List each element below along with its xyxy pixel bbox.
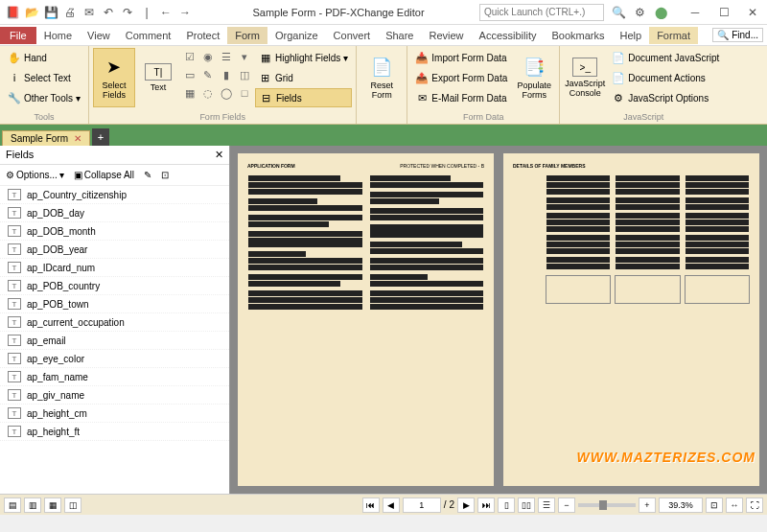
- close-panel-icon[interactable]: ✕: [215, 149, 223, 161]
- fullscreen-icon[interactable]: ⛶: [746, 497, 763, 513]
- single-page-icon[interactable]: ▯: [498, 497, 515, 513]
- rename-icon[interactable]: ✎: [142, 168, 153, 182]
- fields-panel-button[interactable]: ⊟Fields: [255, 88, 352, 107]
- maximize-button[interactable]: ☐: [709, 2, 738, 23]
- menu-comment[interactable]: Comment: [118, 27, 179, 44]
- highlight-fields-button[interactable]: ▦Highlight Fields ▾: [255, 48, 352, 67]
- ui-pref-icon[interactable]: ⚙: [631, 4, 648, 21]
- menu-form[interactable]: Form: [227, 27, 267, 44]
- image-field-icon[interactable]: ◫: [236, 66, 253, 83]
- grid-button[interactable]: ⊞Grid: [255, 68, 352, 87]
- save-icon[interactable]: 💾: [42, 4, 59, 21]
- prev-page-button[interactable]: ◀: [383, 497, 400, 513]
- menu-bookmarks[interactable]: Bookmarks: [544, 27, 612, 44]
- back-icon[interactable]: ←: [157, 4, 174, 21]
- forward-icon[interactable]: →: [176, 4, 194, 21]
- quick-launch-input[interactable]: [479, 4, 604, 21]
- zoom-in-button[interactable]: +: [639, 497, 656, 513]
- document-page-2[interactable]: DETAILS OF FAMILY MEMBERS: [503, 153, 759, 486]
- zoom-slider[interactable]: [578, 503, 636, 507]
- last-page-button[interactable]: ⏭: [477, 497, 495, 513]
- js-console-button[interactable]: >_ JavaScript Console: [564, 48, 606, 107]
- sb-layers-icon[interactable]: ◫: [64, 497, 81, 513]
- zoom-out-button[interactable]: −: [558, 497, 575, 513]
- doc-actions-button[interactable]: 📄Document Actions: [608, 68, 723, 87]
- field-item[interactable]: Tap_Country_citizenship: [0, 186, 229, 204]
- collapse-all-button[interactable]: ▣ Collapse All: [72, 168, 136, 182]
- open-icon[interactable]: 📂: [23, 4, 40, 21]
- select-text-tool[interactable]: ᎥSelect Text: [4, 68, 84, 87]
- barcode-field-icon[interactable]: ▮: [218, 66, 235, 83]
- menu-home[interactable]: Home: [36, 27, 80, 44]
- list-field-icon[interactable]: ☰: [218, 48, 235, 65]
- field-item[interactable]: Tap_height_cm: [0, 405, 229, 423]
- select-fields-button[interactable]: ➤ Select Fields: [93, 48, 135, 107]
- field-item[interactable]: Tap_giv_name: [0, 386, 229, 405]
- button-field-icon[interactable]: ▭: [181, 66, 198, 83]
- close-button[interactable]: ✕: [738, 2, 767, 23]
- radio-field-icon[interactable]: ◉: [199, 48, 217, 65]
- continuous-icon[interactable]: ☰: [538, 497, 555, 513]
- document-tab[interactable]: Sample Form ✕: [2, 130, 90, 146]
- checkbox-field-icon[interactable]: ☑: [181, 48, 198, 65]
- zoom-value-input[interactable]: [659, 497, 703, 513]
- options-button[interactable]: ⚙ Options... ▾: [4, 168, 66, 182]
- field-item[interactable]: Tap_POB_country: [0, 277, 229, 295]
- populate-forms-button[interactable]: 📑 Populate Forms: [513, 48, 555, 107]
- add-tab-button[interactable]: +: [92, 128, 109, 146]
- import-form-data-button[interactable]: 📥Import Form Data: [411, 48, 511, 67]
- next-page-button[interactable]: ▶: [457, 497, 475, 513]
- field-item[interactable]: Tap_current_occupation: [0, 313, 229, 332]
- other-tools[interactable]: 🔧Other Tools ▾: [4, 88, 84, 107]
- signature-field-icon[interactable]: ✎: [199, 66, 217, 83]
- fit-width-icon[interactable]: ↔: [726, 497, 743, 513]
- document-page-1[interactable]: APPLICATION FORMPROTECTED WHEN COMPLETED…: [238, 153, 494, 486]
- props-icon[interactable]: ⊡: [159, 168, 171, 182]
- menu-convert[interactable]: Convert: [326, 27, 379, 44]
- doc-javascript-button[interactable]: 📄Document JavaScript: [608, 48, 723, 67]
- email-icon[interactable]: ✉: [81, 4, 98, 21]
- help-icon[interactable]: ⬤: [652, 4, 669, 21]
- menu-organize[interactable]: Organize: [267, 27, 326, 44]
- reset-form-button[interactable]: 📄 Reset Form: [360, 48, 403, 107]
- misc-field-icon[interactable]: ◌: [199, 84, 217, 102]
- text-field-button[interactable]: T| Text: [137, 48, 179, 107]
- close-tab-icon[interactable]: ✕: [74, 133, 81, 144]
- hand-tool[interactable]: ✋Hand: [4, 48, 84, 67]
- sb-bookmarks-icon[interactable]: ▥: [24, 497, 41, 513]
- document-view[interactable]: APPLICATION FORMPROTECTED WHEN COMPLETED…: [230, 146, 767, 494]
- field-item[interactable]: Tap_height_ft: [0, 423, 229, 441]
- undo-icon[interactable]: ↶: [100, 4, 117, 21]
- field-item[interactable]: Tap_IDcard_num: [0, 259, 229, 277]
- export-form-data-button[interactable]: 📤Export Form Data: [411, 68, 511, 87]
- file-menu[interactable]: File: [0, 27, 36, 44]
- find-box[interactable]: 🔍 Find...: [712, 28, 763, 42]
- first-page-button[interactable]: ⏮: [362, 497, 380, 513]
- email-form-data-button[interactable]: ✉E-Mail Form Data: [411, 88, 511, 107]
- menu-share[interactable]: Share: [378, 27, 421, 44]
- redo-icon[interactable]: ↷: [119, 4, 136, 21]
- search-icon[interactable]: 🔍: [610, 4, 627, 21]
- sb-nav-icon[interactable]: ▤: [4, 497, 21, 513]
- page-number-input[interactable]: [403, 497, 441, 513]
- facing-page-icon[interactable]: ▯▯: [518, 497, 535, 513]
- fit-page-icon[interactable]: ⊡: [706, 497, 723, 513]
- menu-format[interactable]: Format: [649, 27, 698, 44]
- field-item[interactable]: Tap_POB_town: [0, 295, 229, 313]
- date-field-icon[interactable]: ▦: [181, 84, 198, 102]
- menu-help[interactable]: Help: [613, 27, 650, 44]
- menu-protect[interactable]: Protect: [178, 27, 227, 44]
- field-item[interactable]: Tap_DOB_month: [0, 222, 229, 241]
- js-options-button[interactable]: ⚙JavaScript Options: [608, 88, 723, 107]
- field-item[interactable]: Tap_DOB_year: [0, 241, 229, 259]
- field-item[interactable]: Tap_email: [0, 332, 229, 350]
- print-icon[interactable]: 🖨: [61, 4, 79, 21]
- field-item[interactable]: Tap_eye_color: [0, 350, 229, 368]
- combo-field-icon[interactable]: ▾: [236, 48, 253, 65]
- menu-review[interactable]: Review: [421, 27, 471, 44]
- zoom-thumb[interactable]: [599, 500, 607, 510]
- field-item[interactable]: Tap_DOB_day: [0, 204, 229, 222]
- field-item[interactable]: Tap_fam_name: [0, 368, 229, 386]
- misc3-field-icon[interactable]: □: [236, 84, 253, 102]
- sb-thumbs-icon[interactable]: ▦: [44, 497, 61, 513]
